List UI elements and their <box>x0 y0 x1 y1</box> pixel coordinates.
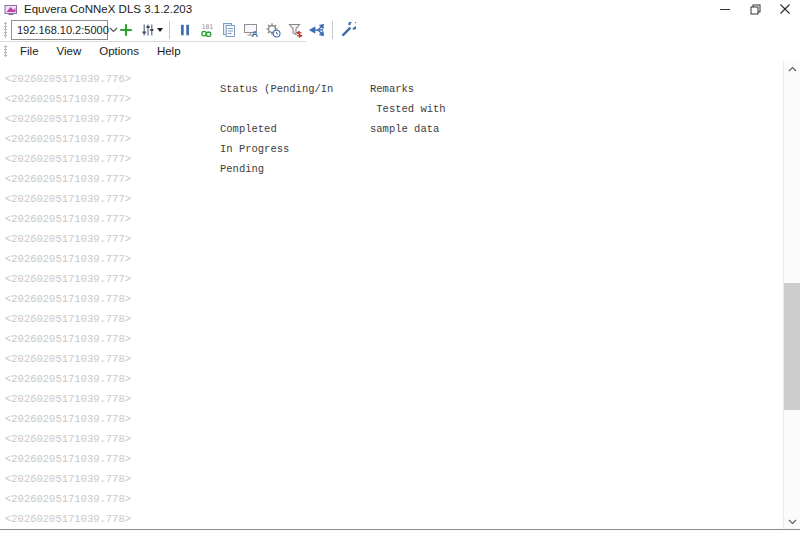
log-timestamp: <20260205171039.778> <box>5 389 131 409</box>
entry-status: Completed <box>220 119 277 139</box>
copy-log-button[interactable] <box>218 19 240 41</box>
app-window: Equvera CoNNeX DLS 3.1.2.203 192 <box>0 0 800 534</box>
log-timestamp: <20260205171039.778> <box>5 369 131 389</box>
log-timestamp: <20260205171039.778> <box>5 409 131 429</box>
log-timestamp: <20260205171039.778> <box>5 469 131 489</box>
menu-options[interactable]: Options <box>90 43 148 59</box>
log-timestamp: <20260205171039.778> <box>5 489 131 509</box>
entry-remarks: Tested with <box>370 99 446 119</box>
window-title: Equvera CoNNeX DLS 3.1.2.203 <box>24 3 192 15</box>
log-entry-row: In Progress <box>0 139 780 159</box>
toolbar: 192.168.10.2:5000 <box>0 18 800 42</box>
svg-text:101: 101 <box>202 23 214 31</box>
settings-clock-icon <box>265 22 281 38</box>
scrollbar-up-button[interactable] <box>784 60 800 77</box>
wrench-icon <box>340 22 356 38</box>
vertical-scrollbar[interactable] <box>783 60 800 530</box>
numbers-101-link-icon: 101 <box>199 22 215 38</box>
log-timestamp: <20260205171039.778> <box>5 289 131 309</box>
entry-remarks: Remarks <box>370 79 414 99</box>
svg-text:A: A <box>251 29 258 39</box>
menu-file[interactable]: File <box>11 43 48 59</box>
display-font-button[interactable]: A <box>240 19 262 41</box>
log-entry-row: Status (Pending/InRemarks <box>0 79 780 99</box>
minimize-button[interactable] <box>710 0 740 18</box>
close-button[interactable] <box>770 0 800 18</box>
log-timestamp: <20260205171039.778> <box>5 429 131 449</box>
pause-button[interactable] <box>174 19 196 41</box>
log-timestamp: <20260205171039.778> <box>5 509 131 529</box>
log-entry-row: Pending <box>0 159 780 179</box>
log-timestamp: <20260205171039.777> <box>5 269 131 289</box>
combobox-dropdown-icon[interactable] <box>109 27 118 33</box>
window-controls <box>710 0 800 18</box>
tools-button[interactable] <box>337 19 359 41</box>
entry-status: In Progress <box>220 139 289 159</box>
filter-button[interactable] <box>284 19 306 41</box>
split-arrows-icon <box>309 22 325 38</box>
address-value: 192.168.10.2:5000 <box>17 24 109 36</box>
tune-icon <box>140 22 156 38</box>
log-timestamp: <20260205171039.777> <box>5 229 131 249</box>
pause-icon <box>177 22 193 38</box>
entry-remarks: sample data <box>370 119 439 139</box>
toolbar-separator <box>169 21 170 39</box>
settings-button[interactable] <box>262 19 284 41</box>
scrollbar-down-button[interactable] <box>784 513 800 530</box>
log-timestamp: <20260205171039.778> <box>5 349 131 369</box>
log-timestamp: <20260205171039.777> <box>5 189 131 209</box>
display-font-icon: A <box>243 22 260 38</box>
log-timestamp: <20260205171039.777> <box>5 249 131 269</box>
app-icon <box>4 3 18 16</box>
filter-arrows-icon <box>287 22 303 38</box>
chevron-down-icon <box>788 519 797 525</box>
toolbar-grip[interactable] <box>4 22 7 38</box>
toolbar-separator <box>332 21 333 39</box>
entry-status: Pending <box>220 159 264 179</box>
scrollbar-thumb[interactable] <box>784 283 800 410</box>
menu-bar: File View Options Help <box>0 42 800 60</box>
tune-dropdown-caret-icon <box>157 28 163 32</box>
restore-button[interactable] <box>740 0 770 18</box>
tune-dropdown-button[interactable] <box>137 19 165 41</box>
log-timestamp: <20260205171039.778> <box>5 329 131 349</box>
copy-document-icon <box>221 22 237 38</box>
log-entry-row: Tested with <box>0 99 780 119</box>
log-view[interactable]: <20260205171039.776><20260205171039.777>… <box>0 60 800 530</box>
add-button[interactable] <box>115 19 137 41</box>
entry-status: Status (Pending/In <box>220 79 333 99</box>
menu-help[interactable]: Help <box>148 43 190 59</box>
address-combobox[interactable]: 192.168.10.2:5000 <box>11 20 108 40</box>
add-icon <box>118 22 134 38</box>
log-numbering-button[interactable]: 101 <box>196 19 218 41</box>
log-entry-row: Completedsample data <box>0 119 780 139</box>
chevron-up-icon <box>788 66 797 72</box>
menubar-grip[interactable] <box>4 45 7 57</box>
title-bar: Equvera CoNNeX DLS 3.1.2.203 <box>0 0 800 18</box>
log-timestamp: <20260205171039.777> <box>5 209 131 229</box>
log-timestamp: <20260205171039.778> <box>5 309 131 329</box>
split-connections-button[interactable] <box>306 19 328 41</box>
menu-view[interactable]: View <box>48 43 91 59</box>
log-timestamp: <20260205171039.778> <box>5 449 131 469</box>
